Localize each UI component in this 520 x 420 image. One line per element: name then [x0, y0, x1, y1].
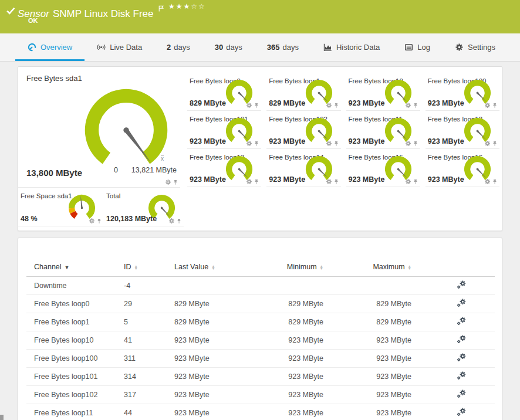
- column-header-maximum[interactable]: Maximum▲▼: [323, 259, 411, 277]
- channel-settings-icon[interactable]: [457, 280, 467, 289]
- gear-icon[interactable]: [405, 102, 411, 109]
- gauge-value: 923 MByte: [349, 137, 385, 145]
- channel-settings-icon[interactable]: [457, 317, 467, 326]
- pin-icon[interactable]: [333, 179, 339, 185]
- tab-30-days[interactable]: 30days: [202, 33, 255, 61]
- pin-icon[interactable]: [413, 179, 418, 185]
- pin-icon[interactable]: [492, 103, 498, 109]
- channel-settings-icon[interactable]: [457, 389, 467, 398]
- tab-365-days[interactable]: 365days: [255, 33, 311, 61]
- gauge-value: 923 MByte: [428, 175, 464, 184]
- channel-gauges-grid: Free Bytes loop0 829 MByte Free Bytes lo…: [187, 67, 502, 231]
- gear-icon[interactable]: [405, 178, 411, 185]
- cell-channel: Free Bytes loop1: [26, 313, 124, 331]
- cell-maximum: 923 MByte: [323, 350, 411, 368]
- gear-icon[interactable]: [246, 140, 252, 147]
- cell-id: 29: [124, 295, 174, 313]
- table-row-loop10[interactable]: Free Bytes loop10 41 923 MByte 923 MByte…: [26, 331, 495, 350]
- gear-icon[interactable]: [168, 218, 175, 224]
- pin-icon[interactable]: [254, 179, 259, 185]
- column-header-channel[interactable]: Channel▼: [26, 259, 124, 277]
- gear-icon[interactable]: [326, 140, 332, 147]
- gauge-value: 923 MByte: [269, 175, 305, 184]
- channel-settings-icon[interactable]: [457, 408, 467, 416]
- gauge-value: 48 %: [21, 215, 38, 223]
- cell-minimum: 923 MByte: [273, 386, 323, 404]
- sort-icon: ▲▼: [211, 265, 215, 270]
- sort-icon: ▲▼: [134, 265, 138, 270]
- status-badge: OK: [28, 17, 38, 24]
- gear-icon[interactable]: [484, 102, 491, 109]
- channel-settings-icon[interactable]: [457, 371, 467, 380]
- tab-historic-data[interactable]: Historic Data: [311, 33, 392, 61]
- sort-icon: ▲▼: [408, 265, 411, 270]
- table-row-loop1[interactable]: Free Bytes loop1 5 829 MByte 829 MByte 8…: [26, 313, 495, 331]
- tab-settings[interactable]: Settings: [443, 33, 508, 61]
- pin-icon[interactable]: [333, 103, 339, 109]
- tab-label: Overview: [40, 43, 72, 52]
- gear-icon[interactable]: [326, 102, 332, 109]
- pin-icon[interactable]: [413, 141, 418, 147]
- pin-icon[interactable]: [254, 141, 259, 147]
- stars-empty-icon[interactable]: ☆☆: [191, 2, 206, 11]
- column-header-minimum[interactable]: Minimum▲▼: [273, 259, 323, 277]
- gauge-value: 923 MByte: [190, 137, 226, 145]
- cell-channel: Free Bytes loop101: [26, 368, 124, 386]
- gear-icon[interactable]: [165, 179, 171, 185]
- column-header-last-value[interactable]: Last Value▲▼: [174, 259, 273, 277]
- table-header-row: Channel▼ ID▲▼ Last Value▲▼ Minimum▲▼ Max…: [26, 259, 495, 277]
- gear-icon[interactable]: [484, 140, 491, 147]
- cell-channel: Downtime: [26, 277, 124, 295]
- table-row-loop101[interactable]: Free Bytes loop101 314 923 MByte 923 MBy…: [26, 368, 495, 386]
- gear-icon[interactable]: [484, 178, 491, 185]
- status-ok-check-icon: [6, 6, 15, 17]
- free-space-gauge-cell: Free Space sda1 48 %: [18, 188, 104, 226]
- gear-icon[interactable]: [246, 178, 252, 185]
- cell-minimum: 923 MByte: [273, 368, 323, 386]
- gauge-cell-loop16: Free Bytes loop16 923 MByte: [426, 149, 499, 187]
- gear-icon[interactable]: [326, 178, 332, 185]
- tab-label: Settings: [468, 43, 495, 52]
- table-row-loop100[interactable]: Free Bytes loop100 311 923 MByte 923 MBy…: [26, 350, 495, 368]
- sensor-title: SNMP Linux Disk Free: [53, 8, 154, 19]
- pin-icon[interactable]: [492, 141, 498, 147]
- cell-last-value: 829 MByte: [174, 313, 273, 331]
- gear-icon: [455, 43, 464, 52]
- stars-filled-icon[interactable]: ★★★: [168, 2, 191, 11]
- table-row-loop0[interactable]: Free Bytes loop0 29 829 MByte 829 MByte …: [26, 295, 495, 313]
- table-row-downtime[interactable]: Downtime -4: [26, 277, 495, 295]
- tab-2-days[interactable]: 2days: [154, 33, 202, 61]
- tab-number: 2: [167, 43, 171, 52]
- channel-settings-icon[interactable]: [457, 299, 467, 307]
- column-label: Minimum: [287, 263, 317, 271]
- average-marker: x: [161, 155, 164, 162]
- pin-icon[interactable]: [173, 179, 178, 185]
- cell-minimum: 829 MByte: [273, 313, 323, 331]
- table-row-loop102[interactable]: Free Bytes loop102 317 923 MByte 923 MBy…: [26, 386, 495, 404]
- pin-icon[interactable]: [254, 103, 259, 109]
- tab-number: 30: [215, 43, 223, 52]
- channel-settings-icon[interactable]: [457, 353, 467, 362]
- gear-icon[interactable]: [246, 102, 252, 109]
- pin-icon[interactable]: [413, 103, 418, 109]
- cell-last-value: 923 MByte: [174, 331, 273, 350]
- pin-icon[interactable]: [96, 218, 102, 224]
- channel-settings-icon[interactable]: [457, 335, 467, 344]
- broadcast-icon: [97, 43, 106, 52]
- column-header-id[interactable]: ID▲▼: [124, 259, 174, 277]
- gear-icon[interactable]: [405, 140, 411, 147]
- table-row-loop11[interactable]: Free Bytes loop11 44 923 MByte 923 MByte…: [26, 404, 495, 420]
- gauge-value: 829 MByte: [269, 99, 305, 107]
- cell-maximum: 923 MByte: [323, 386, 411, 404]
- pin-icon[interactable]: [333, 141, 339, 147]
- gauge-value: 829 MByte: [190, 99, 226, 107]
- tab-live-data[interactable]: Live Data: [85, 33, 154, 61]
- pin-icon[interactable]: [492, 179, 498, 185]
- tab-overview[interactable]: Overview: [15, 33, 85, 61]
- gear-icon[interactable]: [89, 218, 95, 224]
- tab-log[interactable]: Log: [392, 33, 443, 61]
- priority-stars[interactable]: ★★★☆☆: [168, 2, 206, 11]
- pin-icon[interactable]: [176, 218, 182, 224]
- gauge-scale-min: 0: [114, 166, 118, 174]
- sort-icon: ▲▼: [320, 265, 323, 270]
